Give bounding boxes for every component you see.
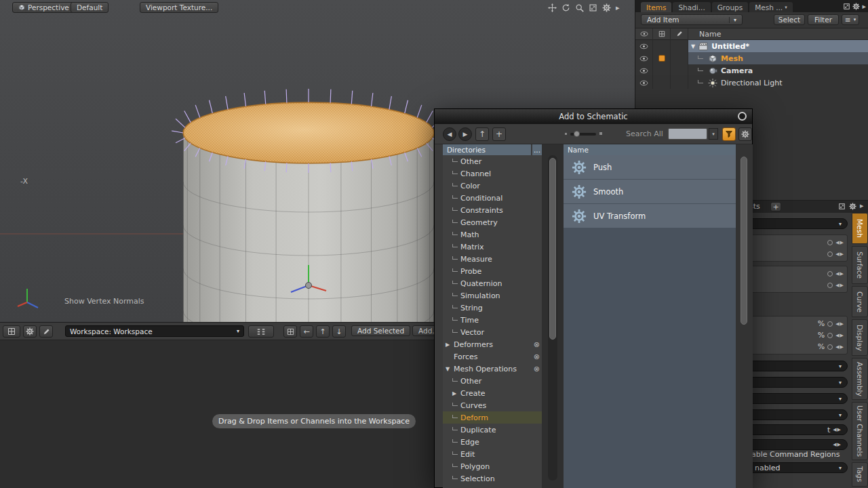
directory-item-forces[interactable]: Forces⊗ xyxy=(443,350,542,363)
edit-cell[interactable] xyxy=(671,77,688,89)
visibility-eye-icon[interactable] xyxy=(635,77,653,89)
directory-item-vector[interactable]: Vector xyxy=(443,326,542,338)
mini-dial-icon[interactable] xyxy=(827,271,833,277)
stepper-arrows-icon[interactable]: ◀▶ xyxy=(835,240,844,245)
schematic-layout-icon[interactable] xyxy=(3,325,20,338)
directories-header-more[interactable]: ... xyxy=(532,144,542,155)
render-toggle-cell[interactable] xyxy=(653,52,671,64)
visibility-eye-icon[interactable] xyxy=(635,64,653,77)
edit-cell[interactable] xyxy=(671,64,688,77)
up-directory-button[interactable]: ↑ xyxy=(475,127,489,141)
schematic-settings-gear-icon[interactable] xyxy=(23,325,37,338)
edit-cell[interactable] xyxy=(671,52,688,64)
filter-button[interactable]: Filter xyxy=(808,14,839,25)
directory-item-probe[interactable]: Probe xyxy=(443,265,542,277)
add-tab-button[interactable]: + xyxy=(770,202,781,211)
snap-nodes-button[interactable] xyxy=(283,325,297,338)
directory-item-curves[interactable]: Curves xyxy=(443,399,542,411)
item-name-cell[interactable]: Mesh xyxy=(688,52,868,64)
directory-item-other[interactable]: Other xyxy=(443,375,542,387)
item-row-directional-light[interactable]: Directional Light xyxy=(635,77,868,89)
maximize-viewport-icon[interactable] xyxy=(589,3,597,12)
tab-shadi[interactable]: Shadi... xyxy=(673,2,710,12)
directory-item-selection[interactable]: Selection xyxy=(443,472,542,485)
item-name-cell[interactable]: Camera xyxy=(688,64,868,77)
directory-item-constraints[interactable]: Constraints xyxy=(443,204,542,216)
tab-mesh[interactable]: Mesh ...▾ xyxy=(749,2,793,12)
item-row-camera[interactable]: Camera xyxy=(635,64,868,77)
dialog-close-button[interactable] xyxy=(738,112,747,121)
shading-default-button[interactable]: Default xyxy=(71,2,108,13)
slider-handle[interactable] xyxy=(574,131,580,137)
back-button[interactable]: ◀ xyxy=(443,127,456,141)
props-gear-icon[interactable] xyxy=(849,203,856,210)
schematic-edit-icon[interactable] xyxy=(39,325,53,338)
list-options-button[interactable]: ≡▾ xyxy=(842,14,859,25)
render-toggle-cell[interactable] xyxy=(653,77,671,89)
directory-item-create[interactable]: ▶Create xyxy=(443,387,542,399)
render-toggle-cell[interactable] xyxy=(653,64,671,77)
dialog-titlebar[interactable]: Add to Schematic xyxy=(435,109,752,124)
directory-item-time[interactable]: Time xyxy=(443,314,542,326)
vertical-tab-user-channels[interactable]: User Channels xyxy=(852,402,868,460)
vertical-tab-tags[interactable]: Tags xyxy=(852,462,868,487)
directory-item-deform[interactable]: Deform xyxy=(443,411,542,424)
vertical-tab-mesh[interactable]: Mesh xyxy=(852,213,868,244)
add-selected-button[interactable]: Add Selected xyxy=(351,325,410,336)
mini-dial-icon[interactable] xyxy=(827,240,833,245)
select-button[interactable]: Select xyxy=(774,14,805,25)
grid-arrange-button[interactable] xyxy=(248,325,274,338)
panel-gear-icon[interactable] xyxy=(852,3,860,10)
directory-item-mesh-operations[interactable]: ▼Mesh Operations⊗ xyxy=(443,363,542,375)
stepper-arrows-icon[interactable]: ◀▶ xyxy=(833,442,842,447)
directory-item-color[interactable]: Color xyxy=(443,180,542,192)
remove-directory-icon[interactable]: ⊗ xyxy=(534,352,542,361)
viewport-texture-button[interactable]: Viewport Texture... xyxy=(140,2,218,13)
vertical-tab-surface[interactable]: Surface xyxy=(852,246,868,284)
viewport-settings-gear-icon[interactable] xyxy=(602,3,611,12)
directory-item-other[interactable]: Other xyxy=(443,155,542,167)
mini-dial-icon[interactable] xyxy=(827,283,833,288)
mini-dial-icon[interactable] xyxy=(827,344,833,350)
align-left-button[interactable]: ← xyxy=(300,325,313,338)
add-item-dropdown[interactable]: Add Item ▾ xyxy=(641,14,743,25)
rotate-tool-icon[interactable] xyxy=(561,3,570,12)
vertical-tab-display[interactable]: Display xyxy=(852,319,868,356)
directory-item-quaternion[interactable]: Quaternion xyxy=(443,277,542,289)
directory-item-geometry[interactable]: Geometry xyxy=(443,216,542,228)
directory-item-string[interactable]: String xyxy=(443,302,542,314)
stepper-arrows-icon[interactable]: ◀▶ xyxy=(835,283,844,288)
visibility-eye-icon[interactable] xyxy=(635,52,653,64)
tab-groups[interactable]: Groups xyxy=(712,2,748,12)
directory-item-channel[interactable]: Channel xyxy=(443,167,542,180)
stepper-arrows-icon[interactable]: ◀▶ xyxy=(835,251,844,257)
mini-dial-icon[interactable] xyxy=(827,251,833,257)
directory-item-edge[interactable]: Edge xyxy=(443,436,542,448)
search-scope-dropdown[interactable]: ▾ xyxy=(709,128,718,140)
render-item-icon[interactable] xyxy=(658,55,665,62)
item-row-untitled-[interactable]: ▼Untitled* xyxy=(635,40,868,52)
forward-button[interactable]: ▶ xyxy=(458,127,472,141)
search-input[interactable] xyxy=(668,128,707,140)
directories-scrollbar[interactable] xyxy=(542,144,564,488)
directory-item-simulation[interactable]: Simulation xyxy=(443,289,542,302)
viewport-more-arrow-icon[interactable]: ▸ xyxy=(616,3,620,12)
vertical-tab-assembly[interactable]: Assembly xyxy=(852,358,868,400)
render-toggle-cell[interactable] xyxy=(653,40,671,52)
scrollbar-thumb[interactable] xyxy=(549,158,556,340)
align-up-button[interactable]: ↑ xyxy=(316,325,330,338)
stepper-arrows-icon[interactable]: ◀▶ xyxy=(835,321,844,327)
directory-item-deformers[interactable]: ▶Deformers⊗ xyxy=(443,338,542,350)
results-scrollbar[interactable] xyxy=(736,144,753,488)
zoom-tool-icon[interactable] xyxy=(575,3,584,12)
scrollbar-thumb[interactable] xyxy=(741,157,747,325)
workspace-dropdown[interactable]: Workspace: Workspace ▾ xyxy=(65,325,244,337)
item-name-cell[interactable]: ▼Untitled* xyxy=(688,40,868,52)
panel-maximize-icon[interactable] xyxy=(843,3,850,10)
expanded-arrow-icon[interactable]: ▼ xyxy=(446,366,454,372)
collapsed-arrow-icon[interactable]: ▶ xyxy=(446,342,454,348)
stepper-arrows-icon[interactable]: ◀▶ xyxy=(835,333,844,338)
collapsed-arrow-icon[interactable]: ▶ xyxy=(452,390,460,396)
directory-item-duplicate[interactable]: Duplicate xyxy=(443,424,542,436)
item-row-mesh[interactable]: Mesh xyxy=(635,52,868,64)
